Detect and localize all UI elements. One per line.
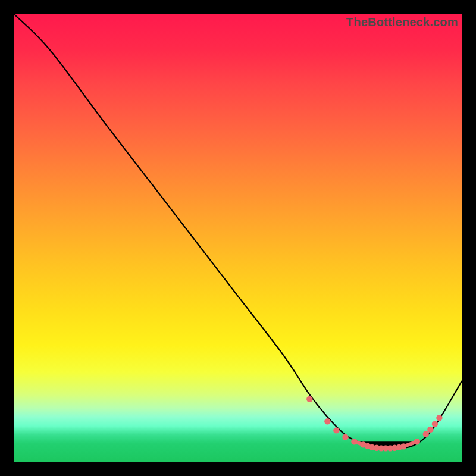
curve-layer [14,14,462,462]
highlight-point [342,434,348,440]
highlight-point [436,415,442,421]
highlight-point [306,396,312,402]
highlight-point [324,418,330,424]
highlight-point [414,439,420,444]
chart-stage: TheBottleneck.com [0,0,476,476]
highlight-point [351,439,357,444]
plot-area: TheBottleneck.com [14,14,462,462]
highlight-point [427,427,433,433]
highlight-point [423,431,429,437]
highlight-point [400,443,406,449]
bottleneck-curve [14,14,462,449]
highlight-point [333,427,339,433]
highlight-point [432,421,438,427]
